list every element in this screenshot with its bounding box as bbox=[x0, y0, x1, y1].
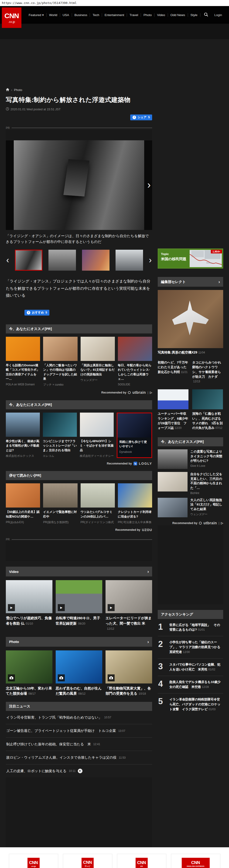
recommend-card[interactable]: クレジットカード利用者に現金が戻る?PR( 司法書士法人中央事務 bbox=[118, 483, 152, 524]
cnn-english-express-logo: CNNENGLISH EXPRESS bbox=[182, 858, 210, 868]
recommend-card[interactable]: イエメンで緊急事態に対応中PR(国境なき医師団) bbox=[43, 483, 77, 524]
recommended-by-outbrain[interactable]: Recommended by utbrain |▷ bbox=[6, 391, 152, 395]
photo-more-icon[interactable]: › bbox=[147, 639, 149, 644]
photo-card[interactable]: 北京五輪から10年、変わり果てた競技会場08/17 bbox=[6, 650, 52, 696]
map-label: Mexico bbox=[206, 262, 212, 264]
photo-next-icon[interactable]: › bbox=[147, 180, 151, 190]
recommended-by-logly[interactable]: Recommended by lg LOGLY bbox=[6, 462, 152, 465]
cnn-logo-sub: .co.jp bbox=[8, 20, 15, 24]
news-item[interactable]: 故ロビン・ウィリアムズさん娘、インスタで合致したキャラは父の役11:53 bbox=[6, 751, 152, 765]
nav-usa[interactable]: USA bbox=[60, 13, 72, 17]
card-image bbox=[80, 412, 114, 437]
editor-select-item[interactable]: タコにからみつかれ窮地のハクトウワシ、サケ養殖業者らが助太刀 カナダ12/13 bbox=[192, 360, 223, 384]
home-icon[interactable] bbox=[6, 88, 9, 92]
nav-style[interactable]: Style bbox=[188, 13, 200, 17]
outbrain-logo-icon bbox=[199, 522, 202, 525]
recommend-card[interactable]: コンビニレジまで?フラッシュストレージが「いま」注目される理由エレコム bbox=[43, 412, 77, 458]
ranking-item[interactable]: 1 世界に広がる「地球平面説」 その背景にあるものは?01/01 bbox=[158, 619, 223, 637]
card-image bbox=[118, 483, 152, 507]
thumbs-prev-icon[interactable]: ‹ bbox=[6, 256, 9, 265]
facebook-recommend-button[interactable]: f おすすめ 5 bbox=[25, 310, 49, 315]
recommend-card[interactable]: 大人の正しい英語勉強法「81文だけ」暗記してみた結果ウェンズデー bbox=[158, 498, 223, 517]
video-more-icon[interactable]: › bbox=[147, 569, 149, 574]
facebook-icon: f bbox=[27, 311, 30, 314]
login-button[interactable]: Login bbox=[214, 13, 222, 17]
promo-tv[interactable]: CNNテレビ CNNテレビ視聴 bbox=[63, 854, 112, 868]
ranking-item[interactable]: 4 急病人発生でデルタ機戻るも10歳少女の死亡確認 米空港12/28 bbox=[158, 676, 223, 693]
recommend-card[interactable]: 【50歳以上の方必見】認知度NO1の関節ケ…PR(あゆみEX) bbox=[6, 483, 40, 524]
section-header-editor-select: 編集部セレクト › bbox=[158, 277, 223, 287]
recommend-card[interactable]: 「英語は真面目に勉強しないで」81文暗記するだけの英語勉強法ウェンズデー bbox=[81, 337, 115, 387]
recommend-card[interactable]: ウソみたい!グルコサミンの26倍以上のパ…PR(ダイドードリンコ株式 bbox=[81, 483, 115, 524]
search-icon[interactable] bbox=[204, 12, 208, 18]
breadcrumb-section[interactable]: Photo bbox=[14, 88, 22, 92]
facebook-icon: f bbox=[133, 116, 136, 119]
nav-tech[interactable]: Tech bbox=[90, 13, 102, 17]
editor-select-item[interactable]: 初期のヘビ、7千万年にわたり足があった 新化石から判明11/21 bbox=[158, 360, 189, 384]
recommend-card[interactable]: 毎日、年配の客から叱られていたウェイトレス-しかしこの客は死後ウェ…SOOLID… bbox=[118, 337, 152, 387]
thumbs-next-icon[interactable]: › bbox=[148, 256, 152, 265]
article-main-photo[interactable]: › bbox=[6, 140, 152, 230]
nav-oddnews[interactable]: Odd News bbox=[168, 13, 188, 17]
photo-caption: 「ライジング・オアシス」のイメージは、日々のさまざまな制約から自分たちを解放でき… bbox=[6, 233, 152, 245]
thumbnail-4[interactable] bbox=[116, 250, 143, 271]
news-item[interactable]: 制止呼び掛けていた新年の祝砲、保安官に当たる 米12:41 bbox=[6, 738, 152, 751]
recommend-card[interactable]: 「人間のご飯食べたいワン」その理由は?話題のドッグフードを試した結果プッチ × … bbox=[43, 337, 77, 387]
outbrain-arrow-icon: ▷ bbox=[221, 521, 223, 525]
topic-widget[interactable]: Topic 米国の移民問題 Mexico 1,954+ bbox=[158, 249, 223, 269]
cnn-tv-logo: CNNテレビ bbox=[82, 858, 94, 868]
card-image bbox=[158, 498, 188, 517]
editor-select-item[interactable]: 深海の「仁義なき戦い」、死肉むさぼるサメの群れ 1匹を別の大魚が丸呑み07/12 bbox=[192, 389, 223, 430]
video-card[interactable]: ▶ 雪山でヘリが超絶技巧、負傷者を救助 仏01/10 bbox=[6, 580, 52, 631]
thumbnail-1-selected[interactable] bbox=[15, 250, 42, 271]
card-image bbox=[158, 472, 188, 492]
browser-url[interactable]: https://www.cnn.co.jp/photo/35147390.htm… bbox=[0, 0, 229, 6]
video-card[interactable]: ▶ エレベーターにリードが挟まった犬、間一髪で救出 米12/12 bbox=[106, 580, 152, 631]
card-image bbox=[81, 337, 115, 361]
promo-english-express[interactable]: CNNENGLISH EXPRESS ちょっと手ごわい、でも効果絶大です。 bbox=[171, 854, 220, 868]
section-header-photo: Photo › bbox=[6, 637, 152, 647]
editor-select-more-icon[interactable]: › bbox=[219, 279, 220, 284]
site-header: CNN .co.jp Featured▾ World USA Business … bbox=[0, 6, 229, 24]
article-dateline: 2020.01.01 Wed posted at 15:51 JST bbox=[6, 107, 152, 111]
promo-app[interactable]: CNN.co.jp CNN.co.jp App for iPhone/iPad bbox=[9, 854, 58, 868]
cnn-logo[interactable]: CNN .co.jp bbox=[2, 7, 22, 28]
recommend-card[interactable]: 早くも話題のDomani連載「コスメ可視化ラボ」注目の美容アイテムを一…POLA… bbox=[6, 337, 40, 387]
news-item[interactable]: イラン司令官殺害、トランプ氏「戦争始めるためではない」10:57 bbox=[6, 711, 152, 724]
item-thumbnail bbox=[192, 389, 223, 409]
editor-select-feature-title[interactable]: 写真特集:異形の航空機X2911/04 bbox=[158, 350, 223, 354]
pr-divider: PR bbox=[6, 126, 152, 130]
news-item-video[interactable]: 人工の皮膚、ロボットに触覚を与える10:11▶ bbox=[6, 765, 152, 778]
recommended-by-outbrain-sidebar[interactable]: Recommended by utbrain |▷ bbox=[158, 521, 223, 525]
facebook-share-button[interactable]: f シェア 5 bbox=[130, 115, 152, 120]
card-image bbox=[43, 412, 77, 437]
ranking-item[interactable]: 2 小学生が持ち寄った「秘伝のスープ」、マラリア治療の効果見つかる 英研究者12… bbox=[158, 636, 223, 658]
photo-card[interactable]: 思わず息をのむ、自然が生んだ驚異の風景08/12 bbox=[56, 650, 102, 696]
photo-card[interactable]: 「野生動物写真家大賞」、各部門の受賞作を見る10/18 bbox=[106, 650, 152, 696]
video-card[interactable]: ▶ 自転車で時速280キロ、男子世界記録更新08/20 bbox=[56, 580, 102, 631]
nav-featured[interactable]: Featured▾ bbox=[26, 13, 47, 17]
nav-business[interactable]: Business bbox=[72, 13, 90, 17]
thumbnail-2[interactable] bbox=[49, 250, 76, 271]
nav-entertainment[interactable]: Entertainment bbox=[102, 13, 127, 17]
ranking-item[interactable]: 3 スタバで仕事中にパソコン盗難、犯人を追いかけ死亡 米男性01/02 bbox=[158, 658, 223, 676]
nav-photo[interactable]: Photo bbox=[141, 13, 154, 17]
section-header-ranking: アクセスランキング bbox=[158, 610, 223, 619]
editor-select-item[interactable]: ユーチューバー年収ランキング、8歳少年が28億円で首位 フォーブス誌12/20 bbox=[158, 389, 189, 430]
editor-select-feature-image[interactable] bbox=[158, 290, 223, 348]
recommend-card[interactable]: 【今なら48%OFF!】シミ・そばかすを治す医薬品株式会社ディーエイチシー bbox=[80, 412, 114, 458]
recommend-card-highlighted[interactable]: 気軽に持ち歩けて使いやすい!Dynabook bbox=[117, 412, 152, 458]
nav-video[interactable]: Video bbox=[154, 13, 168, 17]
nav-travel[interactable]: Travel bbox=[127, 13, 141, 17]
card-image bbox=[6, 412, 40, 437]
recommend-card[interactable]: 自分をクビにした父を見返したい、三代目の不屈の精神から生まれた「…BizHint bbox=[158, 472, 223, 495]
ranking-item[interactable]: 5 イラン革命防衛隊の特殊部隊司令官ら死亡、バグダッドの空港にロケット攻撃 イラ… bbox=[158, 693, 223, 716]
thumbnail-3[interactable] bbox=[82, 250, 110, 271]
recommend-card[interactable]: 希少性が高く、価値が高まる可能性が高い不動産とは?株式会社ボルテックス bbox=[6, 412, 40, 458]
nav-world[interactable]: World bbox=[47, 13, 60, 17]
recommend-card[interactable]: この貴重な写真によりタイタニック号の実態が明らかに?Give It Love bbox=[158, 450, 223, 469]
promo-band: CNN.co.jp CNN.co.jp App for iPhone/iPad … bbox=[0, 847, 229, 868]
news-item[interactable]: ゴーン被告逃亡、プライベートジェット従業員が手助け トルコ企業13:07 bbox=[6, 724, 152, 738]
promo-us-tv[interactable]: CNNUS アメリカ国内のCNNのテレビをそのまま日本で bbox=[117, 854, 166, 868]
recommended-by-uzou[interactable]: Recommended by UZOU bbox=[6, 528, 152, 532]
